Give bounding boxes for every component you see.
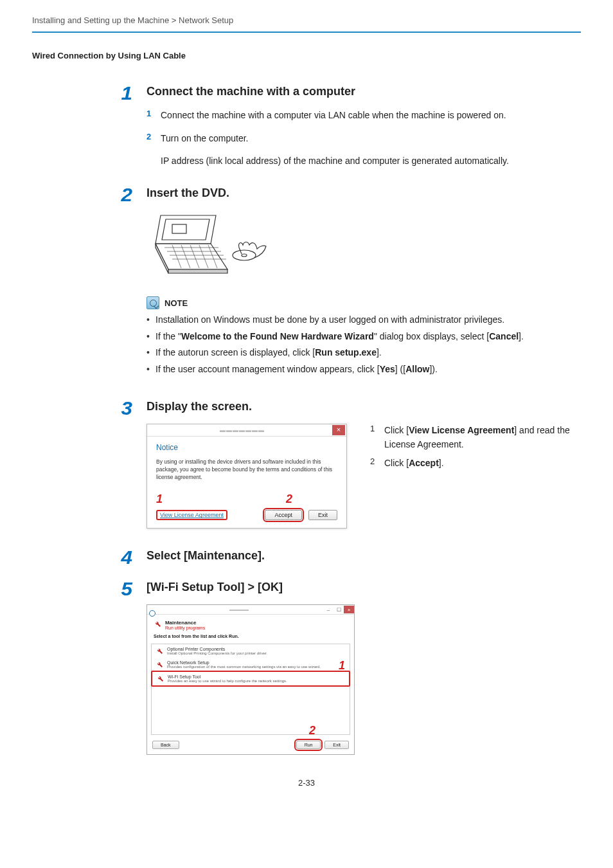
license-dialog: ▬▬▬▬▬▬▬ × Notice By using or installing … bbox=[147, 424, 347, 529]
view-license-link[interactable]: View License Agreement bbox=[156, 510, 227, 520]
option-optional-components[interactable]: Optional Printer ComponentsInstall Optio… bbox=[152, 644, 350, 658]
svg-line-5 bbox=[172, 245, 181, 268]
note-bullet: If the autorun screen is displayed, clic… bbox=[147, 346, 581, 360]
exit-button[interactable]: Exit bbox=[324, 741, 349, 749]
close-icon[interactable]: × bbox=[332, 425, 345, 435]
svg-point-11 bbox=[242, 254, 247, 257]
substep-text: Turn on the computer. bbox=[161, 132, 581, 146]
note-icon bbox=[147, 296, 159, 309]
step3-heading: Display the screen. bbox=[147, 400, 581, 413]
back-button[interactable]: Back bbox=[152, 741, 179, 749]
step1-note: IP address (link local address) of the m… bbox=[161, 154, 581, 168]
breadcrumb: Installing and Setting up the Machine > … bbox=[32, 15, 581, 33]
substep-number: 1 bbox=[147, 109, 161, 123]
step-number-5: 5 bbox=[121, 579, 133, 599]
maintenance-window: ▬▬▬▬▬ – ☐ × Maintenance Run utility prog… bbox=[147, 604, 355, 755]
maintenance-subtitle: Run utility programs bbox=[165, 626, 205, 630]
substep-number: 2 bbox=[370, 457, 384, 471]
step-number-4: 4 bbox=[121, 548, 133, 567]
svg-rect-0 bbox=[172, 224, 186, 233]
option-quick-network[interactable]: Quick Network SetupProvides configuratio… bbox=[152, 658, 350, 671]
step-number-2: 2 bbox=[121, 185, 133, 204]
callout-1: 1 bbox=[156, 493, 163, 506]
dialog-heading: Notice bbox=[156, 443, 337, 452]
maintenance-title: Maintenance bbox=[165, 620, 205, 626]
svg-line-8 bbox=[199, 245, 208, 268]
accept-button[interactable]: Accept bbox=[265, 510, 302, 520]
callout-1: 1 bbox=[339, 659, 345, 673]
substep-text: Click [View License Agreement] and read … bbox=[384, 424, 581, 451]
wrench-icon bbox=[155, 660, 163, 669]
wrench-icon bbox=[156, 674, 164, 683]
laptop-dvd-illustration bbox=[147, 210, 581, 284]
note-bullet: If the "Welcome to the Found New Hardwar… bbox=[147, 330, 581, 344]
exit-button[interactable]: Exit bbox=[308, 510, 337, 520]
note-bullet: Installation on Windows must be done by … bbox=[147, 313, 581, 327]
wrench-icon bbox=[154, 620, 161, 628]
step-number-3: 3 bbox=[121, 399, 133, 418]
close-icon[interactable]: × bbox=[344, 606, 354, 613]
svg-point-10 bbox=[233, 250, 256, 260]
section-title: Wired Connection by Using LAN Cable bbox=[32, 51, 581, 60]
note-bullet: If the user account management window ap… bbox=[147, 363, 581, 377]
svg-line-7 bbox=[190, 245, 199, 268]
dialog-text: By using or installing the device driver… bbox=[156, 458, 337, 482]
wrench-icon bbox=[155, 647, 163, 655]
step2-heading: Insert the DVD. bbox=[147, 186, 581, 200]
svg-line-9 bbox=[208, 245, 217, 268]
step1-heading: Connect the machine with a computer bbox=[147, 85, 581, 98]
callout-2: 2 bbox=[309, 724, 315, 737]
callout-2: 2 bbox=[286, 493, 292, 506]
substep-number: 1 bbox=[370, 424, 384, 451]
option-wifi-setup[interactable]: Wi-Fi Setup ToolProvides an easy to use … bbox=[151, 671, 350, 687]
svg-line-6 bbox=[181, 245, 190, 268]
maximize-icon[interactable]: ☐ bbox=[333, 606, 344, 613]
window-title-blur: ▬▬▬▬▬ bbox=[155, 608, 323, 611]
substep-text: Connect the machine with a computer via … bbox=[161, 109, 581, 123]
page-number: 2-33 bbox=[32, 778, 581, 788]
step-number-1: 1 bbox=[121, 84, 133, 103]
step5-heading: [Wi-Fi Setup Tool] > [OK] bbox=[147, 581, 581, 594]
substep-text: Click [Accept]. bbox=[384, 457, 581, 471]
minimize-icon[interactable]: – bbox=[323, 606, 333, 613]
substep-number: 2 bbox=[147, 132, 161, 146]
maintenance-hint: Select a tool from the list and click Ru… bbox=[154, 634, 348, 638]
step4-heading: Select [Maintenance]. bbox=[147, 549, 581, 563]
dialog-title-blur: ▬▬▬▬▬▬▬ bbox=[152, 427, 332, 433]
note-label: NOTE bbox=[164, 298, 188, 308]
run-button[interactable]: Run bbox=[296, 741, 321, 749]
